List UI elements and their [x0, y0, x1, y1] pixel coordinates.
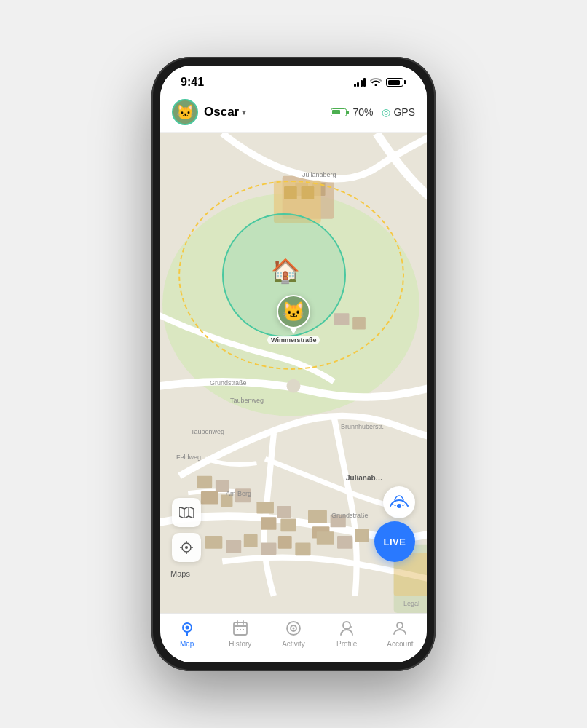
- phone-screen: 9:41: [160, 66, 427, 662]
- status-time: 9:41: [181, 76, 204, 89]
- street-label-brunnhuber: Brunnhuberstr.: [341, 423, 384, 430]
- tab-bar: Map History: [160, 613, 427, 662]
- svg-rect-43: [234, 622, 247, 635]
- svg-rect-11: [256, 502, 274, 513]
- street-label-grundstrasse2: Grundstraße: [331, 512, 369, 519]
- tab-account[interactable]: Account: [374, 620, 427, 648]
- pet-name-text: Oscar: [204, 105, 239, 119]
- svg-point-52: [397, 622, 403, 628]
- svg-rect-44: [237, 629, 238, 630]
- svg-point-33: [287, 379, 301, 393]
- cat-tracker-button[interactable]: [383, 486, 415, 518]
- signal-bars-icon: [354, 78, 366, 87]
- tab-map[interactable]: Map: [160, 620, 213, 648]
- gps-label: GPS: [393, 106, 415, 118]
- pin-pointer: [289, 327, 298, 334]
- cat-avatar: 🐱: [277, 295, 310, 328]
- street-label-julianaberg: Julianaberg: [302, 171, 336, 178]
- chevron-down-icon: ▾: [242, 108, 246, 117]
- tab-profile[interactable]: Profile: [320, 620, 374, 648]
- pet-name-label[interactable]: Oscar ▾: [204, 105, 246, 119]
- maps-label: Maps: [170, 569, 190, 578]
- svg-rect-15: [308, 510, 327, 523]
- cat-location-pin[interactable]: 🐱 Wimmerstraße: [267, 295, 320, 344]
- svg-rect-25: [337, 536, 352, 549]
- live-button[interactable]: LIVE: [374, 521, 415, 562]
- location-target-button[interactable]: [172, 533, 201, 562]
- battery-percent: 70%: [352, 106, 373, 118]
- tab-activity[interactable]: Activity: [267, 620, 320, 648]
- map-left-buttons: [172, 498, 201, 562]
- svg-rect-45: [240, 629, 241, 630]
- tab-map-label: Map: [180, 640, 194, 648]
- street-label-amberg: Am Berg: [226, 490, 251, 497]
- cat-street-name: Wimmerstraße: [267, 336, 320, 344]
- wifi-icon: [370, 77, 382, 88]
- status-icons: [354, 77, 407, 88]
- phone-frame: 9:41: [151, 57, 436, 671]
- town-label-julianab: Julianab…: [346, 474, 383, 482]
- history-tab-icon: [232, 620, 249, 637]
- gps-status: ◎ GPS: [382, 106, 415, 118]
- tab-account-label: Account: [387, 640, 413, 648]
- svg-point-49: [293, 628, 295, 630]
- svg-point-42: [185, 626, 189, 630]
- svg-point-50: [350, 626, 352, 628]
- battery-status-icon: [386, 78, 406, 87]
- svg-rect-22: [278, 536, 292, 549]
- home-map-icon: 🏠: [271, 257, 300, 285]
- svg-rect-20: [244, 534, 258, 547]
- svg-rect-23: [295, 543, 310, 556]
- gps-icon: ◎: [382, 106, 390, 118]
- status-bar: 9:41: [160, 66, 427, 93]
- svg-rect-6: [197, 476, 212, 488]
- svg-rect-19: [226, 540, 241, 553]
- street-label-taubenweg2: Taubenweg: [191, 428, 224, 435]
- header-right: 70% ◎ GPS: [331, 106, 415, 118]
- svg-rect-24: [317, 531, 334, 545]
- street-label-feldweg: Feldweg: [176, 454, 201, 461]
- tab-profile-label: Profile: [336, 640, 357, 648]
- street-label-taubenweg1: Taubenweg: [230, 397, 264, 404]
- map-tab-icon: [178, 620, 196, 637]
- svg-point-51: [342, 631, 343, 633]
- pet-avatar[interactable]: 🐱: [172, 99, 198, 125]
- svg-rect-13: [261, 517, 276, 530]
- profile-tab-icon: [338, 620, 355, 637]
- svg-rect-18: [205, 536, 223, 549]
- pet-battery-status: 70%: [331, 106, 374, 118]
- street-label-grundstrasse: Grundstraße: [210, 379, 247, 387]
- svg-rect-8: [201, 491, 218, 505]
- header-bar: 🐱 Oscar ▾ 70% ◎ GPS: [160, 93, 427, 133]
- map-view-button[interactable]: [172, 498, 201, 527]
- svg-rect-14: [280, 519, 296, 532]
- map-area[interactable]: 🏠 🐱 Wimmerstraße Julianaberg Grundstraße…: [160, 133, 427, 613]
- tab-history-label: History: [229, 640, 251, 648]
- battery-icon: [331, 108, 350, 116]
- svg-point-35: [185, 546, 188, 549]
- activity-tab-icon: [285, 620, 302, 637]
- svg-rect-21: [261, 543, 276, 555]
- svg-rect-46: [243, 629, 244, 630]
- legal-label[interactable]: Legal: [403, 600, 419, 607]
- tab-history[interactable]: History: [213, 620, 267, 648]
- svg-point-40: [397, 504, 401, 508]
- svg-rect-26: [355, 529, 369, 542]
- tab-activity-label: Activity: [282, 640, 305, 648]
- account-tab-icon: [391, 620, 409, 637]
- svg-rect-12: [277, 506, 291, 518]
